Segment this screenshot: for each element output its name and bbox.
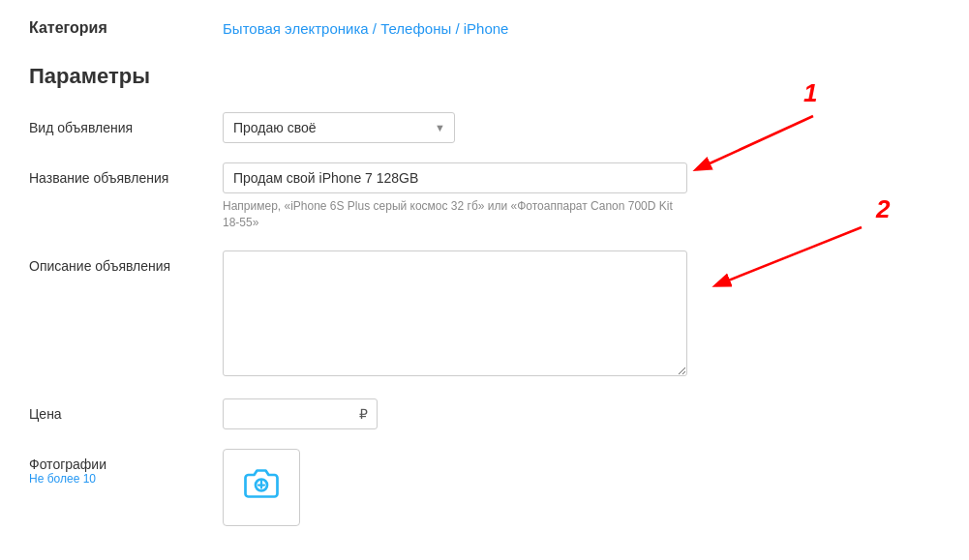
photos-row: Фотографии Не более 10 xyxy=(29,449,842,526)
ad-title-row: Название объявления Например, «iPhone 6S… xyxy=(29,162,842,231)
price-wrapper: ₽ xyxy=(223,398,378,429)
price-label: Цена xyxy=(29,398,223,422)
ad-title-content: Например, «iPhone 6S Plus серый космос 3… xyxy=(223,162,687,231)
camera-icon xyxy=(244,466,279,508)
photo-upload-button[interactable] xyxy=(223,449,300,526)
ad-type-label: Вид объявления xyxy=(29,112,223,135)
ad-description-label: Описание объявления xyxy=(29,251,223,274)
ad-title-hint: Например, «iPhone 6S Plus серый космос 3… xyxy=(223,198,687,231)
category-breadcrumb[interactable]: Бытовая электроника / Телефоны / iPhone xyxy=(223,20,508,37)
photos-label-block: Фотографии Не более 10 xyxy=(29,449,223,486)
photos-subtitle: Не более 10 xyxy=(29,472,223,486)
section-title: Параметры xyxy=(29,64,842,89)
photos-upload-area xyxy=(223,449,300,526)
ad-title-input[interactable] xyxy=(223,162,687,193)
ad-title-label: Название объявления xyxy=(29,162,223,186)
category-row: Категория Бытовая электроника / Телефоны… xyxy=(29,19,842,37)
ad-description-textarea[interactable] xyxy=(223,251,687,376)
price-input[interactable] xyxy=(223,398,378,429)
price-content: ₽ xyxy=(223,398,687,429)
ad-description-content xyxy=(223,251,687,379)
ad-description-row: Описание объявления xyxy=(29,251,842,379)
svg-text:2: 2 xyxy=(875,194,891,223)
ad-type-select[interactable]: Продаю своё Куплю Обменяю xyxy=(223,112,455,143)
price-row: Цена ₽ xyxy=(29,398,842,429)
photos-label: Фотографии xyxy=(29,457,223,472)
category-label: Категория xyxy=(29,19,223,37)
ad-type-content: Продаю своё Куплю Обменяю ▼ xyxy=(223,112,687,143)
parameters-section: Параметры Вид объявления Продаю своё Куп… xyxy=(29,64,842,526)
ad-type-row: Вид объявления Продаю своё Куплю Обменяю… xyxy=(29,112,842,143)
ad-type-select-wrapper[interactable]: Продаю своё Куплю Обменяю ▼ xyxy=(223,112,455,143)
